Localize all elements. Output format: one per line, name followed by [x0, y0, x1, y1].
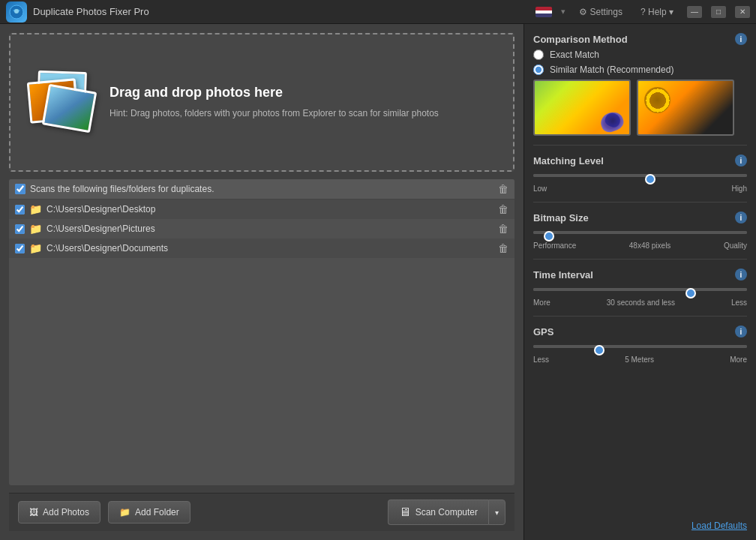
delete-folder-1[interactable]: 🗑: [498, 223, 508, 235]
gps-slider[interactable]: [533, 345, 747, 348]
bitmap-size-labels: Performance 48x48 pixels Quality: [533, 242, 747, 250]
bitmap-size-value: 48x48 pixels: [629, 242, 671, 250]
add-photos-button[interactable]: 🖼 Add Photos: [18, 501, 100, 524]
titlebar-controls: ▾ ⚙ Settings ? Help ▾ — □ ✕: [536, 5, 750, 19]
folder-path-2: C:\Users\Designer\Documents: [46, 243, 494, 254]
folder-path-1: C:\Users\Designer\Pictures: [46, 224, 494, 234]
comparison-method-title: Comparison Method i: [533, 33, 747, 45]
app-icon: [6, 2, 27, 22]
comparison-method-section: Comparison Method i Exact Match Similar …: [533, 33, 747, 136]
divider-4: [533, 316, 747, 316]
time-interval-value: 30 seconds and less: [607, 298, 675, 307]
folder-item[interactable]: 📁 C:\Users\Designer\Documents 🗑: [9, 238, 514, 258]
monitor-icon: 🖥: [399, 506, 411, 519]
drop-text: Drag and drop photos here Hint: Drag pho…: [110, 85, 501, 120]
time-interval-section: Time Interval i More 30 seconds and less…: [533, 268, 747, 307]
delete-folder-2[interactable]: 🗑: [498, 242, 508, 254]
gps-title: GPS i: [533, 326, 747, 338]
matching-level-section: Matching Level i Low High: [533, 154, 747, 193]
folder-list-body: 📁 C:\Users\Designer\Desktop 🗑 📁 C:\Users…: [9, 200, 514, 485]
left-panel: Drag and drop photos here Hint: Drag pho…: [0, 24, 524, 540]
time-interval-info[interactable]: i: [735, 268, 747, 280]
spacer: [533, 373, 747, 511]
exact-match-label: Exact Match: [550, 50, 599, 60]
time-interval-labels: More 30 seconds and less Less: [533, 298, 747, 307]
matching-level-info[interactable]: i: [735, 154, 747, 166]
similar-match-label: Similar Match (Recommended): [550, 64, 674, 75]
app-title: Duplicate Photos Fixer Pro: [33, 6, 149, 17]
matching-level-labels: Low High: [533, 184, 747, 193]
scan-computer-dropdown[interactable]: ▾: [488, 500, 506, 525]
add-photos-icon: 🖼: [29, 507, 38, 518]
folder-checkbox-1[interactable]: [15, 224, 25, 234]
right-panel: Comparison Method i Exact Match Similar …: [524, 24, 756, 540]
folder-checkbox-2[interactable]: [15, 244, 25, 254]
svg-point-1: [14, 9, 19, 14]
scan-computer-label: Scan Computer: [416, 507, 478, 518]
select-all-checkbox[interactable]: [15, 184, 26, 194]
drop-title: Drag and drop photos here: [110, 85, 501, 100]
bitmap-size-section: Bitmap Size i Performance 48x48 pixels Q…: [533, 212, 747, 250]
close-btn[interactable]: ✕: [735, 6, 750, 18]
scan-computer-wrapper: 🖥 Scan Computer ▾: [388, 500, 506, 525]
help-btn[interactable]: ? Help ▾: [636, 5, 678, 19]
bitmap-size-info[interactable]: i: [735, 212, 747, 224]
add-photos-label: Add Photos: [43, 507, 89, 518]
divider-2: [533, 202, 747, 202]
folder-item[interactable]: 📁 C:\Users\Designer\Desktop 🗑: [9, 200, 514, 219]
matching-level-slider[interactable]: [533, 174, 747, 177]
time-interval-title: Time Interval i: [533, 268, 747, 280]
titlebar: Duplicate Photos Fixer Pro ▾ ⚙ Settings …: [0, 0, 756, 24]
comparison-method-info[interactable]: i: [735, 33, 747, 45]
delete-all-icon[interactable]: 🗑: [498, 183, 508, 195]
bitmap-size-slider[interactable]: [533, 231, 747, 234]
similar-match-radio[interactable]: Similar Match (Recommended): [533, 64, 747, 75]
gps-labels: Less 5 Meters More: [533, 356, 747, 364]
folder-list-header: Scans the following files/folders for du…: [9, 179, 514, 200]
drop-hint: Hint: Drag photos, folders with your pho…: [110, 106, 501, 120]
exact-match-input[interactable]: [533, 50, 544, 60]
gps-section: GPS i Less 5 Meters More: [533, 326, 747, 364]
main-container: Drag and drop photos here Hint: Drag pho…: [0, 24, 756, 540]
folder-icon-0: 📁: [29, 203, 42, 215]
comparison-radio-group: Exact Match Similar Match (Recommended): [533, 50, 747, 75]
photos-graphic: [22, 65, 98, 140]
matching-level-title: Matching Level i: [533, 154, 747, 166]
folder-list-container: Scans the following files/folders for du…: [9, 179, 514, 485]
scan-computer-button[interactable]: 🖥 Scan Computer: [388, 500, 488, 525]
folder-item[interactable]: 📁 C:\Users\Designer\Pictures 🗑: [9, 219, 514, 238]
delete-folder-0[interactable]: 🗑: [498, 203, 508, 215]
folder-list-header-text: Scans the following files/folders for du…: [30, 184, 494, 194]
similar-match-input[interactable]: [533, 64, 544, 75]
gps-info[interactable]: i: [735, 326, 747, 338]
flag-icon[interactable]: [536, 7, 552, 17]
exact-match-radio[interactable]: Exact Match: [533, 50, 747, 60]
folder-checkbox-0[interactable]: [15, 205, 25, 214]
add-folder-button[interactable]: 📁 Add Folder: [108, 501, 190, 524]
bitmap-size-title: Bitmap Size i: [533, 212, 747, 224]
titlebar-left: Duplicate Photos Fixer Pro: [6, 2, 149, 22]
photo-card-summer: [42, 83, 98, 132]
add-folder-icon: 📁: [119, 507, 130, 518]
time-interval-slider[interactable]: [533, 288, 747, 291]
preview-images: [533, 80, 747, 136]
minimize-btn[interactable]: —: [687, 6, 702, 18]
divider-3: [533, 259, 747, 260]
settings-btn[interactable]: ⚙ Settings: [574, 5, 627, 19]
maximize-btn[interactable]: □: [711, 6, 726, 18]
add-folder-label: Add Folder: [135, 507, 179, 518]
bottom-buttons-bar: 🖼 Add Photos 📁 Add Folder 🖥 Scan Compute…: [9, 493, 514, 531]
divider-1: [533, 145, 747, 146]
load-defaults-container: Load Defaults: [533, 520, 747, 531]
load-defaults-link[interactable]: Load Defaults: [692, 520, 747, 531]
folder-path-0: C:\Users\Designer\Desktop: [46, 204, 494, 214]
folder-icon-2: 📁: [29, 242, 42, 254]
folder-icon-1: 📁: [29, 223, 42, 235]
gps-value: 5 Meters: [625, 356, 654, 364]
preview-sunflower: [637, 80, 734, 136]
preview-butterfly: [533, 80, 631, 136]
drop-zone[interactable]: Drag and drop photos here Hint: Drag pho…: [9, 33, 514, 172]
